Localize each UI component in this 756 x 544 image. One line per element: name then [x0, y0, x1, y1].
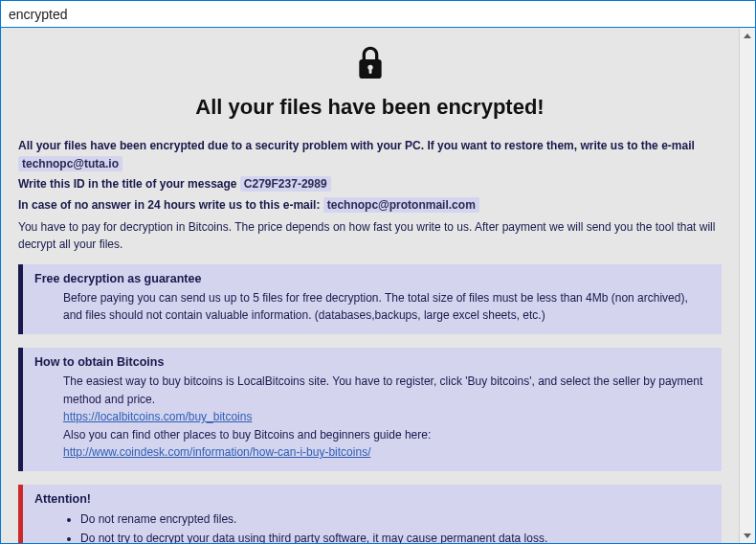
intro-line-1-text: All your files have been encrypted due t…	[18, 139, 695, 152]
svg-rect-2	[368, 68, 371, 74]
section-obtain-bitcoins: How to obtain Bitcoins The easiest way t…	[18, 348, 722, 471]
lock-wrap	[18, 45, 722, 87]
intro-line-3: In case of no answer in 24 hours write u…	[18, 196, 722, 215]
list-item: Do not rename encrypted files.	[80, 510, 710, 529]
message-id: C279F237-2989	[240, 176, 331, 192]
section-btc-body: The easiest way to buy bitcoins is Local…	[34, 373, 710, 462]
payment-note: You have to pay for decryption in Bitcoi…	[18, 218, 722, 253]
intro-line-3-text: In case of no answer in 24 hours write u…	[18, 198, 320, 212]
scroll-down-arrow[interactable]	[740, 527, 756, 543]
list-item: Do not try to decrypt your data using th…	[80, 529, 710, 543]
section-free-body: Before paying you can send us up to 5 fi…	[34, 289, 710, 325]
page-title: All your files have been encrypted!	[18, 95, 722, 120]
viewport: All your files have been encrypted! All …	[1, 28, 755, 543]
lock-icon	[354, 70, 387, 86]
btc-link-2[interactable]: http://www.coindesk.com/information/how-…	[63, 445, 370, 459]
btc-link-1[interactable]: https://localbitcoins.com/buy_bitcoins	[63, 410, 252, 423]
scroll-up-arrow[interactable]	[740, 28, 756, 44]
section-btc-title: How to obtain Bitcoins	[34, 355, 710, 369]
intro-line-2: Write this ID in the title of your messa…	[18, 175, 722, 193]
vertical-scrollbar[interactable]	[739, 28, 755, 543]
intro-line-1: All your files have been encrypted due t…	[18, 137, 722, 173]
section-free-title: Free decryption as guarantee	[34, 272, 710, 285]
attention-bullets: Do not rename encrypted files. Do not tr…	[34, 510, 710, 543]
section-attn-title: Attention!	[34, 492, 710, 506]
section-attention: Attention! Do not rename encrypted files…	[18, 485, 722, 543]
intro-line-2-text: Write this ID in the title of your messa…	[18, 177, 237, 191]
window-titlebar: encrypted	[1, 1, 755, 28]
btc-line-1: The easiest way to buy bitcoins is Local…	[63, 373, 710, 408]
content-area: All your files have been encrypted! All …	[1, 28, 739, 543]
email-2: technopc@protonmail.com	[323, 197, 479, 213]
section-free-decryption: Free decryption as guarantee Before payi…	[18, 264, 722, 334]
btc-line-2: Also you can find other places to buy Bi…	[63, 426, 710, 444]
email-1: technopc@tuta.io	[18, 156, 122, 171]
window-title: encrypted	[9, 7, 67, 22]
